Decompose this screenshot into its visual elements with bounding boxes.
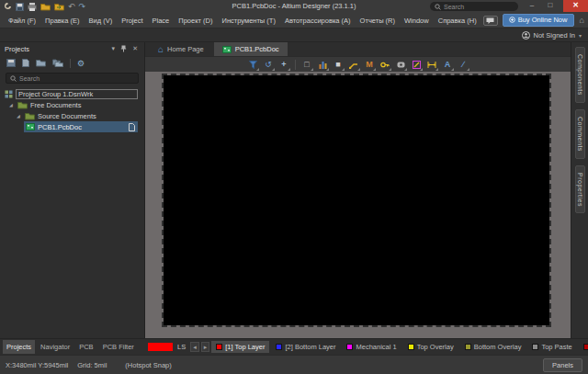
global-search-input[interactable]: Search: [430, 2, 518, 11]
layer-tab-bottom-paste[interactable]: Bottom Paste: [579, 341, 588, 353]
close-button[interactable]: ✕: [563, 0, 588, 12]
projects-panel-title: Projects: [5, 45, 29, 53]
tab-properties[interactable]: Properties: [575, 165, 585, 214]
panel-close-icon[interactable]: ✕: [130, 45, 141, 52]
measure-icon[interactable]: M: [362, 58, 377, 72]
tree-label: PCB1.PcbDoc: [38, 123, 82, 131]
open-project-folder-icon[interactable]: [36, 59, 46, 67]
expand-arrow-icon[interactable]: ◢: [9, 102, 15, 108]
expand-arrow-icon[interactable]: ◢: [17, 113, 22, 119]
menu-autoroute[interactable]: Автотрассировка (A): [280, 15, 356, 27]
maximize-button[interactable]: □: [542, 0, 559, 12]
undo-icon[interactable]: ↶: [68, 2, 75, 11]
selection-rect-icon[interactable]: □: [300, 58, 314, 72]
layer-tab-top-paste[interactable]: Top Paste: [527, 341, 576, 353]
tree-item-workspace[interactable]: Project Group 1.DsnWrk: [0, 88, 144, 99]
layer-set-label[interactable]: LS: [175, 343, 188, 351]
sign-in-status[interactable]: Not Signed In: [534, 31, 575, 40]
pad-icon[interactable]: [393, 58, 408, 72]
dimension-icon[interactable]: [424, 58, 439, 72]
projects-search-input[interactable]: Search: [6, 73, 139, 84]
key-icon[interactable]: [378, 58, 392, 72]
menu-edit[interactable]: Правка (E): [40, 15, 84, 27]
minimize-button[interactable]: –: [524, 0, 540, 12]
panel-tab-projects[interactable]: Projects: [3, 340, 35, 354]
panel-tab-navigator[interactable]: Navigator: [37, 340, 74, 354]
menu-help[interactable]: Справка (H): [434, 15, 481, 27]
layer-label: Top Paste: [541, 343, 571, 351]
menu-reports[interactable]: Отчеты (R): [356, 15, 400, 27]
menu-place[interactable]: Place: [148, 15, 175, 27]
tab-label: Home Page: [167, 45, 204, 53]
place-line-icon[interactable]: ∕: [456, 58, 470, 72]
layer-tab-bottom-overlay[interactable]: Bottom Overlay: [460, 341, 526, 353]
tree-label: Free Documents: [30, 101, 81, 109]
menu-tools[interactable]: Инструменты (T): [218, 15, 280, 27]
layer-tab-top-layer[interactable]: [1] Top Layer: [211, 341, 269, 353]
layer-label: Mechanical 1: [356, 343, 396, 351]
open-recent-icon[interactable]: [54, 3, 64, 11]
home-icon[interactable]: ⌂: [579, 16, 583, 25]
tab-components[interactable]: Components: [575, 47, 585, 103]
region-icon[interactable]: [409, 58, 424, 72]
panel-tab-pcb[interactable]: PCB: [75, 340, 96, 354]
search-icon: [435, 4, 441, 10]
folder-icon: [17, 101, 28, 109]
tree-item-pcb-doc[interactable]: PCB1.PcbDoc: [24, 121, 138, 132]
pcb-document-icon: [26, 123, 35, 130]
toolbar-separator: [70, 59, 71, 68]
layer-color-swatch: [346, 344, 353, 350]
tree-item-source-documents[interactable]: ◢ Source Documents: [0, 110, 144, 121]
document-tabbar: ⌂ Home Page PCB1.PcbDoc: [145, 42, 571, 56]
panel-tab-pcb-filter[interactable]: PCB Filter: [99, 340, 138, 354]
active-bar-toolbar: ↺ + □ ■ M: [145, 56, 571, 72]
layer-label: Bottom Overlay: [474, 343, 522, 351]
interactive-routing-icon[interactable]: [346, 58, 361, 72]
save-icon[interactable]: [16, 3, 24, 11]
save-project-icon[interactable]: [6, 59, 16, 67]
pcb-board-region[interactable]: [162, 74, 551, 327]
layer-label: [1] Top Layer: [225, 343, 265, 351]
menu-view[interactable]: Вид (V): [85, 15, 118, 27]
cart-icon: [509, 17, 515, 23]
compile-document-icon[interactable]: [22, 59, 29, 67]
tab-comments[interactable]: Comments: [575, 109, 585, 159]
snap-crosshair-icon[interactable]: +: [277, 58, 291, 72]
projects-panel-toolbar: ⚙: [0, 54, 144, 72]
search-icon: [10, 75, 17, 82]
fill-region-icon[interactable]: ■: [331, 58, 345, 72]
feedback-comment-button[interactable]: [483, 16, 498, 26]
layer-tab-top-overlay[interactable]: Top Overlay: [403, 341, 458, 353]
print-icon[interactable]: [28, 3, 37, 11]
layer-label: Top Overlay: [417, 343, 454, 351]
panel-pin-icon[interactable]: [118, 45, 130, 52]
menu-design[interactable]: Проект (D): [174, 15, 217, 27]
layer-tab-mechanical-1[interactable]: Mechanical 1: [342, 341, 401, 353]
panel-menu-icon[interactable]: ▾: [109, 45, 119, 52]
clear-filter-icon[interactable]: ↺: [261, 58, 276, 72]
redo-icon[interactable]: ↷: [79, 2, 86, 11]
filter-funnel-icon[interactable]: [245, 58, 260, 72]
pcb-canvas[interactable]: [145, 72, 571, 338]
workspace-icon: [5, 90, 13, 98]
scroll-layers-left-button[interactable]: ◂: [190, 342, 199, 352]
menu-window[interactable]: Window: [400, 15, 434, 27]
open-folder-icon[interactable]: [40, 3, 51, 11]
tab-home-page[interactable]: ⌂ Home Page: [150, 42, 212, 56]
menu-project[interactable]: Project: [117, 15, 147, 27]
grid-setting: Grid: 5mil: [77, 361, 107, 369]
altium-logo-icon: [4, 2, 12, 11]
current-layer-swatch[interactable]: [148, 343, 173, 351]
menu-file[interactable]: Файл (F): [4, 15, 40, 27]
buy-online-now-button[interactable]: Buy Online Now: [503, 14, 575, 27]
placement-bars-icon[interactable]: [315, 58, 330, 72]
tab-pcb1-pcbdoc[interactable]: PCB1.PcbDoc: [214, 42, 288, 56]
place-text-icon[interactable]: A: [440, 58, 455, 72]
scroll-layers-right-button[interactable]: ▸: [201, 342, 210, 352]
projects-panel: Projects ▾ ✕: [0, 42, 145, 338]
panel-settings-gear-icon[interactable]: ⚙: [77, 59, 85, 68]
tree-item-free-documents[interactable]: ◢ Free Documents: [0, 99, 144, 110]
layer-tab-bottom-layer[interactable]: [2] Bottom Layer: [271, 341, 340, 353]
explorer-folders-icon[interactable]: [52, 59, 63, 67]
panels-button[interactable]: Panels: [543, 358, 582, 372]
